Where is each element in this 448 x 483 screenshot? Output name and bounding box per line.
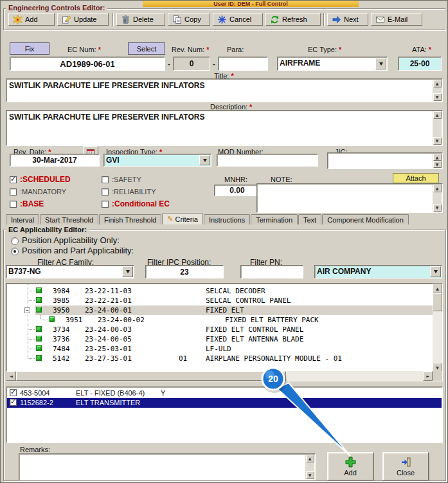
add-part-button[interactable]: Add: [327, 452, 373, 480]
tree-row[interactable]: 3734 23-24-00-03 FIXED ELT CONTROL PANEL: [6, 325, 431, 334]
title-textarea[interactable]: SWITLIK PARACHUTE LIFE PRESERVER INFLATO…: [6, 78, 443, 102]
select-button[interactable]: Select: [128, 42, 165, 55]
dropdown-arrow-icon[interactable]: [375, 58, 386, 69]
copy-button[interactable]: Copy: [168, 13, 210, 26]
tree-row-selected[interactable]: 3950 23-24-00-01 FIXED ELT: [6, 305, 431, 315]
description-textarea[interactable]: SWITLIK PARACHUTE LIFE PRESERVER INFLATO…: [6, 110, 443, 146]
tree-item-desc: LF-ULD: [206, 345, 231, 353]
scroll-left-icon[interactable]: ◄: [6, 371, 16, 381]
collapse-toggle-icon[interactable]: [24, 307, 30, 313]
tree-row-child[interactable]: 3951 23-24-00-02 FIXED ELT BATTERY PACK: [6, 315, 431, 325]
exit-door-icon: [400, 457, 411, 468]
part-number: 453-5004: [20, 389, 50, 397]
scroll-up-icon[interactable]: [433, 154, 442, 161]
close-button[interactable]: Close: [382, 452, 429, 480]
remarks-scrollbar[interactable]: [305, 455, 314, 479]
rev-num-field[interactable]: [173, 57, 210, 71]
safety-checkbox[interactable]: [102, 176, 109, 183]
note-textarea[interactable]: [256, 183, 443, 213]
rev-date-field[interactable]: [10, 154, 100, 167]
jic-scrollbar[interactable]: [433, 154, 442, 168]
part-applicability-list[interactable]: 453-5004 ELT - FIXED (B406-4) Y 1152682-…: [6, 387, 443, 443]
tree-row[interactable]: 5142 23-27-35-01 01 AIRPLANE PERSONALITY…: [6, 354, 431, 363]
part-row-selected[interactable]: 1152682-2 ELT TRANSMITTER: [7, 398, 442, 408]
tab-text[interactable]: Text: [298, 214, 321, 224]
dropdown-arrow-icon[interactable]: [199, 155, 210, 165]
note-scrollbar[interactable]: [433, 185, 442, 212]
title-scrollbar[interactable]: [433, 80, 442, 101]
mandatory-checkbox[interactable]: [10, 188, 17, 196]
scroll-down-icon[interactable]: [306, 471, 314, 479]
scroll-right-icon[interactable]: ►: [423, 371, 433, 381]
next-button[interactable]: Next: [327, 13, 368, 26]
ac-family-dropdown[interactable]: B737-NG: [6, 265, 134, 278]
mod-number-field[interactable]: [217, 154, 318, 167]
conditional-ec-checkbox[interactable]: [102, 201, 109, 208]
part-row[interactable]: 453-5004 ELT - FIXED (B406-4) Y: [7, 388, 442, 398]
scroll-down-icon[interactable]: [433, 93, 442, 101]
base-checkbox[interactable]: [10, 201, 17, 208]
tab-interval[interactable]: Interval: [6, 214, 39, 224]
scheduled-checkbox[interactable]: [10, 176, 17, 183]
reliability-checkbox[interactable]: [102, 188, 109, 196]
scroll-down-icon[interactable]: [433, 204, 442, 212]
para-field[interactable]: [218, 57, 268, 71]
part-checkbox[interactable]: [10, 389, 17, 396]
toolbar-separator: [112, 13, 114, 26]
tab-termination[interactable]: Termination: [251, 214, 298, 224]
refresh-button[interactable]: Refresh: [265, 13, 321, 26]
scroll-up-icon[interactable]: [433, 185, 442, 192]
operator-value: AIR COMPANY: [315, 266, 429, 278]
pn-filter-field[interactable]: [240, 265, 303, 278]
v-scroll-thumb[interactable]: [433, 293, 442, 311]
tree-row[interactable]: 7484 23-25-03-01 LF-ULD: [6, 344, 431, 354]
tree-row[interactable]: 3984 23-22-11-03 SELCAL DECODER: [6, 286, 431, 296]
scroll-up-icon[interactable]: ▲: [433, 284, 442, 293]
tab-criteria[interactable]: ✎Criteria: [162, 213, 203, 224]
scroll-down-icon[interactable]: [433, 161, 442, 168]
ec-type-dropdown[interactable]: AIRFRAME: [277, 57, 388, 71]
scroll-up-icon[interactable]: [433, 80, 442, 87]
remarks-textarea[interactable]: [19, 453, 316, 480]
add-record-button[interactable]: Add: [8, 13, 55, 26]
position-cube-icon: [36, 336, 42, 342]
note-label: NOTE:: [271, 176, 292, 183]
title-text: SWITLIK PARACHUTE LIFE PRESERVER INFLATO…: [9, 81, 431, 90]
position-tree[interactable]: 3984 23-22-11-03 SELCAL DECODER 3985 23-…: [6, 283, 443, 381]
tab-instructions[interactable]: Instructions: [204, 214, 250, 224]
operator-dropdown[interactable]: AIR COMPANY: [314, 265, 442, 278]
email-button[interactable]: E-Mail: [371, 13, 422, 26]
fix-button[interactable]: Fix: [10, 42, 49, 55]
mnhr-field[interactable]: [214, 185, 260, 196]
copy-icon: [172, 15, 182, 24]
update-icon: [62, 15, 71, 24]
next-label: Next: [344, 15, 359, 23]
tree-row[interactable]: 3736 23-24-00-05 FIXED ELT ANTENNA BLADE: [6, 334, 431, 344]
ipc-position-field[interactable]: [145, 265, 224, 278]
inspection-type-dropdown[interactable]: GVI: [103, 154, 211, 167]
ata-field[interactable]: [398, 57, 442, 71]
dropdown-arrow-icon[interactable]: [122, 266, 133, 277]
dash-separator: -: [213, 60, 215, 68]
tab-finish-threshold[interactable]: Finish Threshold: [99, 214, 161, 224]
h-scroll-thumb[interactable]: [16, 371, 286, 381]
jic-field[interactable]: [327, 152, 443, 169]
update-button[interactable]: Update: [57, 13, 109, 26]
attach-button[interactable]: Attach: [393, 173, 439, 183]
position-only-radio[interactable]: [11, 237, 19, 245]
tab-start-threshold[interactable]: Start Threshold: [40, 214, 98, 224]
dropdown-arrow-icon[interactable]: [430, 266, 441, 277]
description-scrollbar[interactable]: [433, 111, 442, 145]
tab-component-modification[interactable]: Component Modification: [322, 214, 409, 224]
tree-item-ata: 23-24-00-05: [85, 335, 132, 343]
part-checkbox[interactable]: [10, 399, 17, 406]
tree-item-desc: AIRPLANE PERSONALITY MODULE - 01: [206, 354, 342, 363]
scroll-up-icon[interactable]: [433, 111, 442, 119]
scroll-down-icon[interactable]: [433, 137, 442, 145]
position-and-part-radio[interactable]: [11, 248, 19, 255]
ec-num-field[interactable]: [10, 57, 165, 71]
tree-row[interactable]: 3985 23-22-21-01 SELCAL CONTROL PANEL: [6, 296, 431, 305]
delete-button[interactable]: Delete: [116, 13, 165, 26]
scroll-up-icon[interactable]: [306, 455, 314, 462]
cancel-button[interactable]: Cancel: [213, 13, 263, 26]
